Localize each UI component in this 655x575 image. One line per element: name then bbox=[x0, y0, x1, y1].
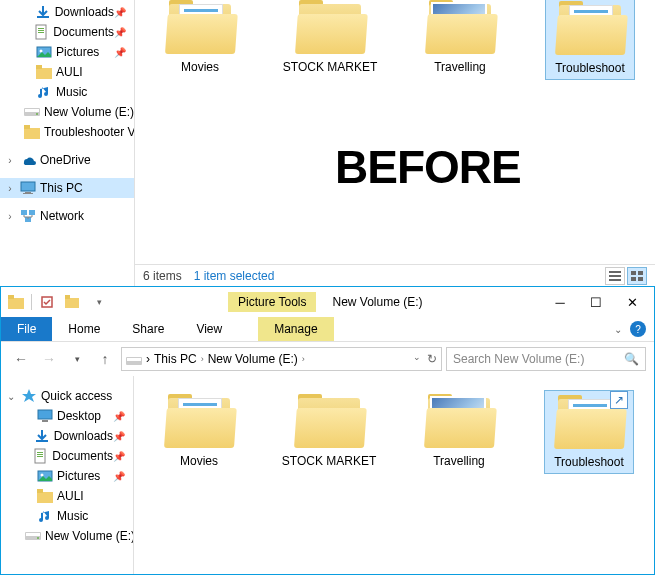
tree-item-downloads[interactable]: Downloads📌 bbox=[0, 2, 134, 22]
svg-rect-24 bbox=[638, 271, 643, 275]
svg-rect-39 bbox=[37, 454, 43, 455]
ribbon-expand-icon[interactable]: ⌄ bbox=[614, 324, 622, 335]
file-tab[interactable]: File bbox=[1, 317, 52, 341]
qat-dropdown-icon[interactable]: ▾ bbox=[88, 291, 110, 313]
status-item-count: 6 items bbox=[143, 269, 182, 283]
svg-rect-17 bbox=[21, 210, 27, 215]
recent-dropdown[interactable]: ▾ bbox=[65, 347, 89, 371]
drive-icon bbox=[126, 353, 142, 365]
breadcrumb-segment[interactable]: New Volume (E:)› bbox=[208, 352, 305, 366]
forward-button[interactable]: → bbox=[37, 347, 61, 371]
folder-icon bbox=[24, 124, 40, 140]
desktop-icon bbox=[37, 408, 53, 424]
tree-item-new-volume-e-[interactable]: New Volume (E:) bbox=[0, 102, 134, 122]
tree-item-this-pc[interactable]: ›This PC bbox=[0, 178, 134, 198]
manage-tab[interactable]: Manage bbox=[258, 317, 333, 341]
svg-rect-13 bbox=[24, 125, 30, 129]
expand-icon[interactable]: › bbox=[4, 211, 16, 222]
svg-rect-40 bbox=[37, 456, 43, 457]
properties-icon[interactable] bbox=[36, 291, 58, 313]
help-icon[interactable]: ? bbox=[630, 321, 646, 337]
tree-item-label: Music bbox=[57, 509, 88, 523]
tree-item-troubleshooter-v[interactable]: Troubleshooter V bbox=[0, 122, 134, 142]
folder-travelling[interactable]: Travelling bbox=[415, 0, 505, 80]
home-tab[interactable]: Home bbox=[52, 317, 116, 341]
status-bar: 6 items 1 item selected bbox=[135, 264, 655, 286]
folder-travelling[interactable]: Travelling bbox=[414, 390, 504, 474]
tree-item-documents[interactable]: Documents📌 bbox=[1, 446, 133, 466]
tree-item-documents[interactable]: Documents📌 bbox=[0, 22, 134, 42]
view-icons-button[interactable] bbox=[627, 267, 647, 285]
view-tab[interactable]: View bbox=[180, 317, 238, 341]
tree-item-label: Downloads bbox=[54, 429, 113, 443]
tree-item-auli[interactable]: AULI bbox=[1, 486, 133, 506]
folder-movies[interactable]: Movies bbox=[154, 390, 244, 474]
folder-icon bbox=[164, 394, 234, 448]
search-input[interactable]: Search New Volume (E:) 🔍 bbox=[446, 347, 646, 371]
back-button[interactable]: ← bbox=[9, 347, 33, 371]
folder-stock-market[interactable]: STOCK MARKET bbox=[285, 0, 375, 80]
svg-rect-28 bbox=[8, 295, 14, 299]
tree-item-quick-access[interactable]: ⌄Quick access bbox=[1, 386, 133, 406]
download-icon bbox=[34, 428, 50, 444]
svg-rect-26 bbox=[638, 277, 643, 281]
folder-view: MoviesSTOCK MARKETTravelling↗Troubleshoo… bbox=[134, 376, 654, 574]
pictures-icon bbox=[36, 44, 52, 60]
document-icon bbox=[32, 448, 48, 464]
svg-rect-36 bbox=[36, 440, 48, 442]
explorer-window: ▾ Picture Tools New Volume (E:) ─ ☐ ✕ Fi… bbox=[0, 286, 655, 575]
pin-icon: 📌 bbox=[113, 411, 125, 422]
close-button[interactable]: ✕ bbox=[614, 291, 650, 313]
share-tab[interactable]: Share bbox=[116, 317, 180, 341]
status-selected: 1 item selected bbox=[194, 269, 275, 283]
tree-item-pictures[interactable]: Pictures📌 bbox=[1, 466, 133, 486]
expand-icon[interactable]: › bbox=[4, 155, 16, 166]
address-bar[interactable]: › This PC› New Volume (E:)› ⌄ ↻ bbox=[121, 347, 442, 371]
drive-icon bbox=[25, 528, 41, 544]
view-details-button[interactable] bbox=[605, 267, 625, 285]
svg-rect-12 bbox=[24, 128, 40, 139]
refresh-icon[interactable]: ↻ bbox=[427, 352, 437, 366]
folder-troubleshoot[interactable]: ↗Troubleshoot bbox=[544, 390, 634, 474]
new-folder-icon[interactable] bbox=[62, 291, 84, 313]
address-dropdown-icon[interactable]: ⌄ bbox=[413, 352, 421, 366]
svg-rect-8 bbox=[36, 65, 42, 69]
pin-icon: 📌 bbox=[113, 471, 125, 482]
svg-rect-22 bbox=[609, 279, 621, 281]
svg-rect-46 bbox=[26, 533, 40, 536]
tree-item-label: Network bbox=[40, 209, 84, 223]
tree-item-new-volume-e-[interactable]: New Volume (E:) bbox=[1, 526, 133, 546]
tree-item-music[interactable]: Music bbox=[1, 506, 133, 526]
download-icon bbox=[35, 4, 51, 20]
maximize-button[interactable]: ☐ bbox=[578, 291, 614, 313]
svg-point-47 bbox=[37, 537, 39, 539]
svg-rect-14 bbox=[21, 182, 35, 191]
tree-item-pictures[interactable]: Pictures📌 bbox=[0, 42, 134, 62]
search-icon: 🔍 bbox=[624, 352, 639, 366]
svg-rect-25 bbox=[631, 277, 636, 281]
folder-label: Travelling bbox=[434, 60, 486, 74]
expand-icon[interactable]: › bbox=[4, 183, 16, 194]
expand-icon[interactable]: ⌄ bbox=[5, 391, 17, 402]
pictures-icon bbox=[37, 468, 53, 484]
folder-troubleshoot[interactable]: Troubleshoot bbox=[545, 0, 635, 80]
tree-item-label: AULI bbox=[56, 65, 83, 79]
chevron-icon[interactable]: › bbox=[146, 352, 150, 366]
tree-item-desktop[interactable]: Desktop📌 bbox=[1, 406, 133, 426]
folder-label: STOCK MARKET bbox=[283, 60, 377, 74]
tree-item-downloads[interactable]: Downloads📌 bbox=[1, 426, 133, 446]
tree-item-onedrive[interactable]: ›OneDrive bbox=[0, 150, 134, 170]
svg-rect-16 bbox=[23, 193, 33, 194]
tree-item-auli[interactable]: AULI bbox=[0, 62, 134, 82]
up-button[interactable]: ↑ bbox=[93, 347, 117, 371]
svg-rect-10 bbox=[25, 109, 39, 112]
tree-item-music[interactable]: Music bbox=[0, 82, 134, 102]
explorer-icon bbox=[5, 291, 27, 313]
folder-movies[interactable]: Movies bbox=[155, 0, 245, 80]
breadcrumb-segment[interactable]: This PC› bbox=[154, 352, 204, 366]
folder-stock-market[interactable]: STOCK MARKET bbox=[284, 390, 374, 474]
folder-label: Travelling bbox=[433, 454, 485, 468]
minimize-button[interactable]: ─ bbox=[542, 291, 578, 313]
folder-label: STOCK MARKET bbox=[282, 454, 376, 468]
tree-item-network[interactable]: ›Network bbox=[0, 206, 134, 226]
